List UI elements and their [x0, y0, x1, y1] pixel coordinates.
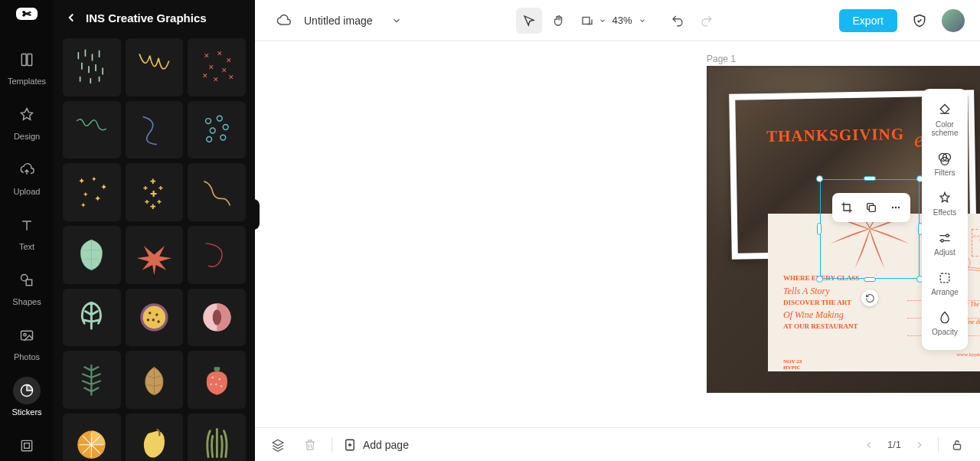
title-dropdown-icon[interactable] — [384, 8, 410, 34]
rail-arrange[interactable]: Arrange — [922, 264, 968, 302]
undo-button[interactable] — [665, 8, 691, 34]
nav-photos[interactable]: Photos — [0, 314, 54, 369]
sticker-item[interactable] — [126, 351, 184, 409]
svg-point-53 — [147, 319, 149, 321]
cursor-tool[interactable] — [515, 8, 541, 34]
svg-point-33 — [207, 137, 212, 142]
resize-handle[interactable] — [817, 223, 822, 235]
next-page-button[interactable] — [909, 434, 930, 456]
nav-upload[interactable]: Upload — [0, 149, 54, 204]
sticker-item[interactable] — [188, 163, 246, 221]
zoom-dropdown-icon[interactable] — [639, 17, 646, 25]
resize-dropdown[interactable] — [573, 8, 599, 34]
sticker-item[interactable] — [63, 351, 121, 409]
sticker-item[interactable] — [188, 101, 246, 159]
rail-adjust[interactable]: Adjust — [922, 224, 968, 263]
text-icon — [13, 211, 41, 239]
panel-collapse-handle[interactable] — [250, 199, 260, 230]
svg-text:✦: ✦ — [94, 194, 101, 203]
prev-page-button[interactable] — [858, 434, 880, 456]
back-icon[interactable] — [64, 11, 78, 25]
sticker-item[interactable]: ✕✕✕✕✕✕✕✕ — [188, 38, 246, 96]
add-page-button[interactable]: Add page — [343, 438, 409, 452]
cloud-icon[interactable] — [270, 8, 296, 34]
sticker-item[interactable] — [126, 226, 184, 284]
svg-text:✚: ✚ — [150, 203, 156, 211]
crop-button[interactable] — [835, 196, 858, 219]
page-label: Page 1 — [707, 54, 736, 64]
export-button[interactable]: Export — [839, 9, 897, 32]
resize-handle[interactable] — [816, 175, 823, 182]
sticker-item[interactable] — [126, 289, 184, 347]
svg-text:✦: ✦ — [83, 191, 89, 198]
rail-color-scheme[interactable]: Color scheme — [922, 96, 968, 143]
sticker-grid: ✕✕✕✕✕✕✕✕ ✦✦✦✦✦✦ ✚✚✚✚✚✚✚ — [54, 35, 255, 461]
redo-button[interactable] — [694, 8, 720, 34]
sticker-item[interactable] — [63, 226, 121, 284]
nav-shapes[interactable]: Shapes — [0, 259, 54, 314]
svg-point-32 — [220, 135, 226, 140]
photos-icon — [13, 322, 41, 349]
resize-handle[interactable] — [864, 176, 876, 181]
svg-point-58 — [215, 384, 217, 386]
layers-button[interactable] — [267, 434, 289, 456]
duplicate-button[interactable] — [860, 196, 883, 219]
more-button[interactable] — [884, 196, 907, 219]
frames-icon — [13, 432, 41, 459]
svg-point-55 — [212, 309, 220, 325]
svg-rect-66 — [582, 17, 589, 24]
svg-text:✕: ✕ — [228, 74, 234, 82]
nav-frames[interactable]: Frames — [0, 424, 54, 461]
sticker-item[interactable] — [188, 351, 246, 409]
svg-text:✚: ✚ — [143, 185, 148, 191]
sticker-item[interactable] — [63, 101, 121, 159]
svg-text:✚: ✚ — [150, 189, 157, 198]
sticker-item[interactable] — [126, 101, 184, 159]
shield-icon[interactable] — [906, 8, 933, 34]
sticker-item[interactable] — [126, 38, 184, 96]
resize-handle[interactable] — [864, 277, 876, 282]
nav-text[interactable]: Text — [0, 204, 54, 259]
sticker-item[interactable]: ✦✦✦✦✦✦ — [63, 163, 121, 221]
user-avatar[interactable] — [942, 9, 965, 32]
svg-text:✚: ✚ — [150, 178, 156, 185]
svg-text:✕: ✕ — [217, 50, 223, 57]
sticker-item[interactable] — [63, 414, 121, 461]
svg-point-75 — [946, 234, 949, 237]
page-indicator: 1/1 — [887, 439, 901, 450]
canvas-area[interactable]: Page 1 THANKSGIVING event "Let wines con… — [255, 41, 980, 427]
lock-button[interactable] — [946, 434, 968, 456]
postcard-stamp: PLACE STAMP HERE — [972, 229, 980, 257]
zoom-level[interactable]: 43% — [612, 15, 632, 26]
sticker-item[interactable] — [188, 414, 246, 461]
sticker-item[interactable] — [63, 289, 121, 347]
document-title[interactable]: Untitled image — [304, 15, 373, 27]
delete-button[interactable] — [299, 434, 321, 456]
sticker-item[interactable]: ✚✚✚✚✚✚✚ — [126, 163, 184, 221]
rotate-handle[interactable] — [861, 289, 878, 306]
svg-rect-3 — [26, 280, 31, 286]
templates-icon — [13, 46, 41, 74]
rail-effects[interactable]: Effects — [922, 185, 968, 223]
hand-tool[interactable] — [544, 8, 570, 34]
primary-nav: ✄ Templates Design Upload Text — [0, 0, 54, 461]
nav-design[interactable]: Design — [0, 93, 54, 149]
nav-templates[interactable]: Templates — [0, 38, 54, 93]
svg-rect-79 — [954, 444, 961, 450]
nav-stickers[interactable]: Stickers — [0, 369, 54, 424]
resize-handle[interactable] — [816, 276, 823, 283]
chevron-down-icon[interactable] — [598, 17, 606, 25]
stickers-icon — [13, 377, 41, 404]
sticker-item[interactable] — [188, 289, 246, 347]
sticker-item[interactable] — [188, 226, 246, 284]
rail-filters[interactable]: Filters — [922, 145, 968, 183]
sticker-item[interactable] — [126, 414, 184, 461]
svg-point-69 — [892, 207, 893, 208]
rail-opacity[interactable]: Opacity — [922, 304, 968, 342]
sticker-panel: INS Creative Graphics ✕✕✕✕✕✕✕✕ ✦✦✦✦✦✦ ✚✚… — [54, 0, 255, 461]
svg-point-28 — [205, 119, 211, 124]
svg-rect-77 — [940, 273, 949, 283]
svg-point-71 — [898, 207, 900, 208]
sticker-item[interactable] — [63, 38, 121, 96]
app-logo[interactable]: ✄ — [16, 8, 38, 20]
